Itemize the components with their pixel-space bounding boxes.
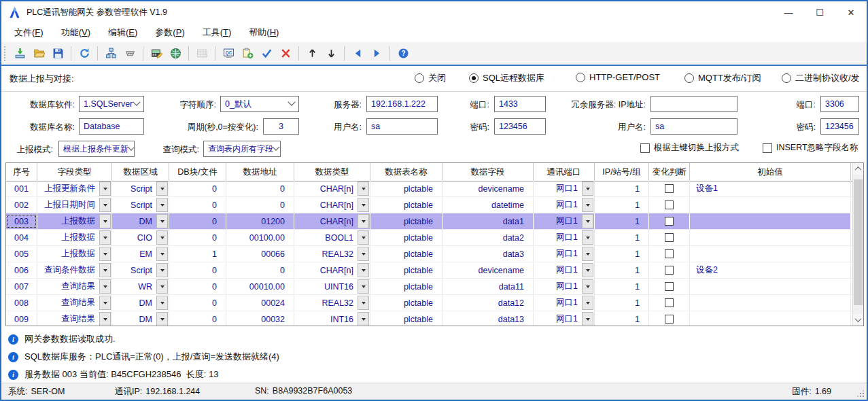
username2-input[interactable]: sa bbox=[650, 118, 737, 135]
cell-table_name[interactable]: plctable bbox=[370, 230, 442, 245]
cell-data_type[interactable]: INT16 bbox=[294, 311, 370, 326]
dropdown-button[interactable] bbox=[99, 230, 111, 245]
server-input[interactable]: 192.168.1.222 bbox=[366, 96, 438, 112]
report-mode-select[interactable]: 根据上报条件更新 bbox=[58, 141, 135, 157]
qc-display-icon[interactable]: QC bbox=[220, 45, 237, 63]
change-checkbox[interactable] bbox=[665, 201, 674, 209]
refresh-icon[interactable] bbox=[75, 45, 93, 63]
cell-port[interactable]: 网口1 bbox=[534, 181, 595, 196]
cell-address[interactable]: 0 bbox=[226, 262, 294, 278]
cell-change[interactable] bbox=[649, 279, 690, 294]
column-header-area[interactable]: 数据区域 bbox=[112, 163, 169, 181]
column-header-data_type[interactable]: 数据类型 bbox=[294, 163, 370, 181]
menu-file[interactable]: 文件(F) bbox=[5, 24, 52, 41]
cell-data_type[interactable]: REAL32 bbox=[294, 246, 370, 262]
cell-station[interactable]: 1 bbox=[595, 262, 649, 278]
plc-edit-icon[interactable] bbox=[147, 45, 165, 63]
dropdown-button[interactable] bbox=[358, 214, 369, 228]
cell-table_name[interactable]: plctable bbox=[370, 262, 442, 278]
cell-port[interactable]: 网口1 bbox=[534, 213, 595, 229]
dropdown-button[interactable] bbox=[582, 279, 593, 294]
dropdown-button[interactable] bbox=[582, 247, 593, 261]
cell-area[interactable]: DM bbox=[112, 311, 169, 326]
cell-station[interactable]: 1 bbox=[595, 213, 649, 229]
cell-field[interactable]: data1 bbox=[442, 213, 534, 229]
cell-field_type[interactable]: 上报更新条件 bbox=[37, 181, 112, 196]
dropdown-button[interactable] bbox=[358, 296, 369, 310]
dropdown-button[interactable] bbox=[99, 181, 111, 196]
cell-id[interactable]: 003 bbox=[6, 213, 37, 229]
cell-init_value[interactable] bbox=[690, 311, 851, 326]
move-up-icon[interactable] bbox=[303, 45, 321, 63]
cell-table_name[interactable]: plctable bbox=[370, 246, 442, 262]
dropdown-button[interactable] bbox=[358, 263, 369, 277]
dropdown-button[interactable] bbox=[358, 198, 369, 212]
confirm-check-icon[interactable] bbox=[258, 45, 275, 63]
cell-port[interactable]: 网口1 bbox=[534, 197, 595, 213]
resize-grip[interactable] bbox=[863, 396, 864, 397]
dropdown-button[interactable] bbox=[156, 230, 168, 245]
cell-init_value[interactable] bbox=[690, 197, 851, 213]
cell-db_block[interactable]: 0 bbox=[169, 262, 226, 278]
menu-tools[interactable]: 工具(T) bbox=[194, 24, 241, 41]
dropdown-button[interactable] bbox=[582, 263, 593, 277]
cell-address[interactable]: 00032 bbox=[226, 311, 294, 326]
cell-field_type[interactable]: 上报日期时间 bbox=[37, 197, 112, 213]
dropdown-button[interactable] bbox=[156, 279, 168, 294]
open-file-icon[interactable] bbox=[30, 45, 48, 63]
paste-new-icon[interactable] bbox=[239, 45, 256, 63]
dropdown-button[interactable] bbox=[156, 263, 168, 277]
cell-port[interactable]: 网口1 bbox=[534, 246, 595, 262]
scroll-down-button[interactable] bbox=[853, 314, 863, 326]
cell-id[interactable]: 004 bbox=[6, 230, 37, 245]
cell-data_type[interactable]: CHAR[n] bbox=[294, 213, 370, 229]
cell-field_type[interactable]: 查询结果 bbox=[37, 279, 112, 294]
dropdown-button[interactable] bbox=[358, 247, 369, 261]
cell-area[interactable]: Script bbox=[112, 181, 169, 196]
cell-db_block[interactable]: 0 bbox=[169, 213, 226, 229]
char-order-select[interactable]: 0_默认 bbox=[220, 96, 299, 112]
cell-field_type[interactable]: 上报数据 bbox=[37, 230, 112, 245]
dropdown-button[interactable] bbox=[156, 214, 168, 228]
cell-change[interactable] bbox=[649, 181, 690, 196]
cell-change[interactable] bbox=[649, 230, 690, 245]
cell-address[interactable]: 0 bbox=[226, 181, 294, 196]
cell-field[interactable]: data11 bbox=[442, 279, 534, 294]
change-checkbox[interactable] bbox=[665, 217, 674, 226]
cell-port[interactable]: 网口1 bbox=[534, 279, 595, 294]
dropdown-button[interactable] bbox=[99, 263, 111, 277]
network-globe-icon[interactable] bbox=[167, 45, 184, 63]
query-mode-select[interactable]: 查询表内所有字段 bbox=[203, 141, 281, 157]
radio-sql-remote[interactable]: SQL远程数据库 bbox=[469, 72, 544, 84]
cell-field[interactable]: datetime bbox=[442, 197, 534, 213]
column-header-table_name[interactable]: 数据表名称 bbox=[370, 163, 442, 181]
serial-port-icon[interactable] bbox=[121, 45, 139, 63]
cell-port[interactable]: 网口1 bbox=[534, 295, 595, 311]
change-checkbox[interactable] bbox=[665, 315, 674, 324]
dropdown-button[interactable] bbox=[358, 312, 369, 326]
cell-table_name[interactable]: plctable bbox=[370, 311, 442, 326]
dropdown-button[interactable] bbox=[99, 312, 111, 326]
cell-field[interactable]: data3 bbox=[442, 246, 534, 262]
menu-param[interactable]: 参数(P) bbox=[146, 24, 193, 41]
dropdown-button[interactable] bbox=[156, 296, 168, 310]
cell-init_value[interactable] bbox=[690, 295, 851, 311]
cell-init_value[interactable] bbox=[690, 279, 851, 294]
column-header-field[interactable]: 数据字段 bbox=[442, 163, 534, 181]
password2-input[interactable]: 123456 bbox=[820, 118, 859, 135]
maximize-button[interactable]: ☐ bbox=[804, 1, 835, 23]
cell-table_name[interactable]: plctable bbox=[370, 213, 442, 229]
cell-init_value[interactable] bbox=[690, 213, 851, 229]
column-header-address[interactable]: 数据地址 bbox=[226, 163, 294, 181]
cell-area[interactable]: EM bbox=[112, 246, 169, 262]
cell-field[interactable]: data12 bbox=[442, 295, 534, 311]
cell-init_value[interactable]: 设备2 bbox=[690, 262, 851, 278]
change-checkbox[interactable] bbox=[665, 298, 674, 307]
cell-change[interactable] bbox=[649, 262, 690, 278]
cell-area[interactable]: DM bbox=[112, 213, 169, 229]
column-header-station[interactable]: IP/站号/组 bbox=[595, 163, 649, 181]
dropdown-button[interactable] bbox=[358, 279, 369, 294]
move-down-icon[interactable] bbox=[322, 45, 340, 63]
dropdown-button[interactable] bbox=[99, 214, 111, 228]
cell-init_value[interactable] bbox=[690, 246, 851, 262]
